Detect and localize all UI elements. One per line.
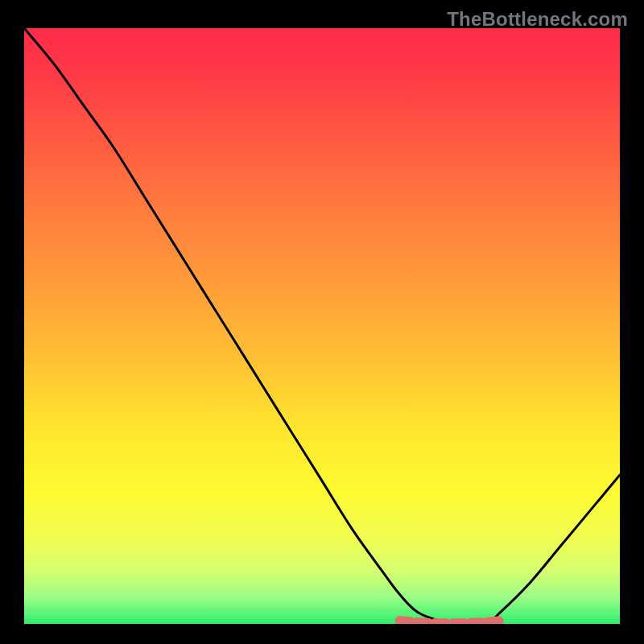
highlight-segment [399, 621, 501, 623]
watermark-text: TheBottleneck.com [447, 8, 628, 31]
bottleneck-curve-line [24, 28, 620, 623]
chart-area [24, 28, 620, 624]
chart-svg [24, 28, 620, 624]
